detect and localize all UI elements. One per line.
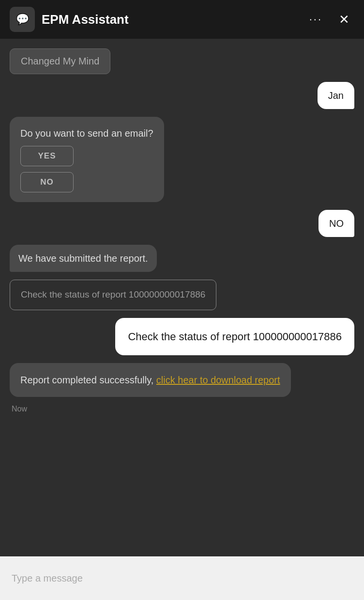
yes-button[interactable]: YES xyxy=(20,146,74,166)
user-jan-bubble: Jan xyxy=(318,82,354,109)
download-report-link[interactable]: click hear to download report xyxy=(156,375,280,385)
input-area[interactable]: Type a message xyxy=(0,556,364,600)
header-title: EPM Assistant xyxy=(42,12,298,27)
user-no-row: NO xyxy=(10,210,354,237)
status-check-white-bubble: Check the status of report 1000000000178… xyxy=(115,318,354,355)
header: 💬 EPM Assistant ··· ✕ xyxy=(0,0,364,39)
submitted-row: We have submitted the report. xyxy=(10,245,354,272)
email-question-row: Do you want to send an email? YES NO xyxy=(10,117,354,202)
timestamp: Now xyxy=(10,405,354,413)
status-white-row: Check the status of report 1000000000178… xyxy=(10,318,354,355)
changed-mind-row: Changed My Mind xyxy=(10,48,354,74)
no-button[interactable]: NO xyxy=(20,172,74,192)
changed-mind-button[interactable]: Changed My Mind xyxy=(10,48,110,74)
assistant-icon: 💬 xyxy=(10,7,35,32)
message-input-placeholder[interactable]: Type a message xyxy=(12,573,83,584)
user-jan-row: Jan xyxy=(10,82,354,109)
close-button[interactable]: ✕ xyxy=(334,9,354,30)
report-completed-bubble: Report completed successfully, click hea… xyxy=(10,363,291,397)
user-no-bubble: NO xyxy=(318,210,354,237)
report-completed-row: Report completed successfully, click hea… xyxy=(10,363,354,397)
status-check-outlined-bubble: Check the status of report 1000000000178… xyxy=(10,280,216,310)
status-outlined-row: Check the status of report 1000000000178… xyxy=(10,280,354,310)
report-completed-prefix: Report completed successfully, xyxy=(20,375,156,385)
email-question-text: Do you want to send an email? xyxy=(20,126,153,140)
email-question-bubble: Do you want to send an email? YES NO xyxy=(10,117,164,202)
submitted-bubble: We have submitted the report. xyxy=(10,245,157,272)
chat-area: Changed My Mind Jan Do you want to send … xyxy=(0,39,364,556)
more-menu-button[interactable]: ··· xyxy=(304,10,327,29)
